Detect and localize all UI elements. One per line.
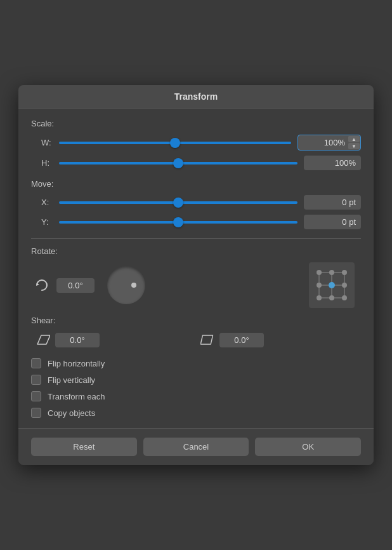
dialog-footer: Reset Cancel OK bbox=[18, 428, 374, 465]
move-y-row: Y: bbox=[31, 215, 361, 229]
shear-v-icon bbox=[200, 332, 214, 348]
svg-marker-16 bbox=[37, 335, 50, 344]
copy-objects-checkbox[interactable] bbox=[31, 408, 41, 418]
scale-w-row: W: ▲ ▼ bbox=[31, 135, 361, 151]
shear-v-value[interactable]: 0.0° bbox=[219, 333, 264, 347]
rotate-dial[interactable] bbox=[107, 266, 145, 304]
svg-point-13 bbox=[317, 295, 322, 300]
svg-point-15 bbox=[342, 295, 347, 300]
shear-h-value[interactable]: 0.0° bbox=[55, 333, 100, 347]
scale-w-input-wrapper: ▲ ▼ bbox=[297, 135, 361, 151]
svg-point-11 bbox=[329, 282, 335, 288]
move-x-label: X: bbox=[41, 198, 59, 207]
flip-h-label: Flip horizontally bbox=[48, 359, 105, 368]
transform-each-checkbox[interactable] bbox=[31, 391, 41, 401]
move-y-slider[interactable] bbox=[59, 216, 297, 229]
svg-point-14 bbox=[329, 295, 334, 300]
shear-h-icon bbox=[34, 333, 50, 347]
svg-marker-17 bbox=[200, 335, 212, 344]
move-x-slider[interactable] bbox=[59, 196, 297, 209]
scale-w-stepper: ▲ ▼ bbox=[348, 136, 360, 149]
transform-dialog: Transform Scale: W: ▲ ▼ H: bbox=[18, 85, 374, 465]
ok-button[interactable]: OK bbox=[255, 438, 361, 456]
scale-h-slider[interactable] bbox=[59, 157, 297, 170]
svg-point-10 bbox=[317, 283, 322, 288]
scale-h-input[interactable] bbox=[304, 156, 361, 170]
transform-each-row[interactable]: Transform each bbox=[31, 391, 361, 401]
section-divider bbox=[31, 238, 361, 239]
cancel-button[interactable]: Cancel bbox=[143, 438, 249, 456]
shear-h-item: 0.0° bbox=[34, 333, 194, 347]
svg-point-9 bbox=[342, 270, 347, 275]
rotate-value[interactable]: 0.0° bbox=[56, 278, 95, 293]
move-label: Move: bbox=[31, 179, 361, 189]
shear-row: 0.0° 0.0° bbox=[31, 332, 361, 348]
checkbox-section: Flip horizontally Flip vertically Transf… bbox=[31, 358, 361, 418]
flip-v-row[interactable]: Flip vertically bbox=[31, 375, 361, 385]
shear-label: Shear: bbox=[31, 316, 361, 325]
scale-h-label: H: bbox=[41, 158, 59, 168]
flip-v-label: Flip vertically bbox=[48, 375, 95, 385]
shear-v-item: 0.0° bbox=[200, 332, 361, 348]
flip-v-checkbox[interactable] bbox=[31, 375, 41, 385]
rotate-label: Rotate: bbox=[31, 246, 361, 256]
rotate-icon bbox=[34, 277, 50, 293]
svg-point-8 bbox=[329, 270, 334, 275]
scale-h-row: H: bbox=[31, 156, 361, 170]
move-x-input[interactable] bbox=[304, 195, 361, 210]
svg-point-7 bbox=[317, 270, 322, 275]
copy-objects-label: Copy objects bbox=[48, 408, 95, 418]
dialog-body: Scale: W: ▲ ▼ H: bbox=[18, 109, 374, 428]
copy-objects-row[interactable]: Copy objects bbox=[31, 408, 361, 418]
scale-w-up[interactable]: ▲ bbox=[348, 136, 360, 142]
transform-each-label: Transform each bbox=[48, 392, 105, 401]
dialog-title: Transform bbox=[18, 85, 374, 109]
move-y-input[interactable] bbox=[304, 215, 361, 229]
scale-w-label: W: bbox=[41, 138, 59, 147]
svg-point-12 bbox=[342, 283, 347, 288]
flip-h-row[interactable]: Flip horizontally bbox=[31, 358, 361, 368]
flip-h-checkbox[interactable] bbox=[31, 358, 41, 368]
move-y-label: Y: bbox=[41, 217, 59, 227]
svg-marker-0 bbox=[37, 283, 39, 285]
anchor-grid-svg bbox=[313, 266, 351, 304]
scale-w-down[interactable]: ▼ bbox=[348, 143, 360, 149]
scale-w-slider[interactable] bbox=[59, 137, 291, 149]
scale-label: Scale: bbox=[31, 119, 361, 128]
move-x-row: X: bbox=[31, 195, 361, 210]
anchor-grid[interactable] bbox=[309, 262, 355, 308]
reset-button[interactable]: Reset bbox=[31, 438, 137, 456]
